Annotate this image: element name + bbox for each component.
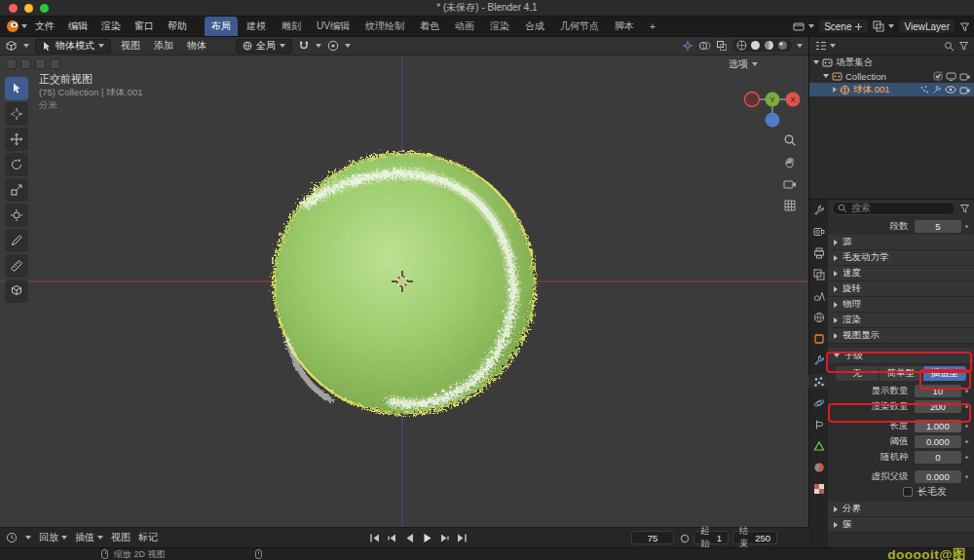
animate-dot[interactable]	[961, 225, 971, 228]
chevron-down-icon[interactable]	[808, 24, 814, 28]
editor-type-icon[interactable]	[5, 40, 18, 53]
workspace-tab-sculpting[interactable]: 雕刻	[275, 17, 308, 36]
end-frame-field[interactable]: 结束250	[732, 531, 777, 544]
outliner-row-sphere-object[interactable]: 球体.001	[809, 83, 974, 96]
menu-edit[interactable]: 编辑	[62, 18, 94, 35]
tab-material[interactable]	[810, 460, 827, 474]
workspace-tab-rendering[interactable]: 渲染	[483, 17, 516, 36]
tab-particles[interactable]	[810, 374, 827, 389]
tab-constraints[interactable]	[810, 417, 827, 431]
animate-dot[interactable]	[961, 425, 971, 428]
workspace-tab-scripting[interactable]: 脚本	[608, 17, 641, 36]
workspace-tab-animation[interactable]: 动画	[448, 17, 481, 36]
section-hair-dynamics[interactable]: 毛发动力学	[828, 250, 974, 266]
filter-icon[interactable]	[959, 21, 970, 32]
minimize-window-button[interactable]	[24, 4, 33, 13]
exclude-checkbox-icon[interactable]	[933, 71, 943, 81]
play-button[interactable]	[421, 532, 433, 544]
ortho-grid-icon[interactable]	[783, 199, 797, 212]
workspace-tab-geometry-nodes[interactable]: 几何节点	[553, 17, 606, 36]
workspace-tab-layout[interactable]: 布局	[205, 17, 238, 36]
xray-toggle-icon[interactable]	[716, 40, 728, 52]
tab-physics[interactable]	[810, 395, 827, 410]
tab-world[interactable]	[810, 310, 827, 324]
tool-add-cube[interactable]	[5, 280, 28, 303]
section-clumping[interactable]: 簇	[828, 517, 974, 533]
child-mode-interpolated-button[interactable]: 插值型	[923, 366, 966, 381]
viewport-widget-icon[interactable]	[35, 58, 46, 69]
chevron-down-icon[interactable]	[316, 44, 321, 48]
seed-field[interactable]: 0	[915, 451, 961, 464]
segments-field[interactable]: 5	[915, 220, 961, 233]
section-viewport-display[interactable]: 视图显示	[828, 328, 974, 344]
child-mode-none-button[interactable]: 无	[836, 366, 880, 381]
animate-dot[interactable]	[961, 440, 971, 443]
chevron-down-icon[interactable]	[830, 44, 836, 48]
camera-render-icon[interactable]	[959, 86, 970, 94]
expand-icon[interactable]	[813, 60, 819, 64]
filter-funnel-icon[interactable]	[958, 41, 969, 52]
outliner-row-collection[interactable]: Collection	[809, 69, 974, 83]
animate-dot[interactable]	[961, 390, 971, 392]
current-frame-field[interactable]: 75	[631, 531, 674, 544]
play-reverse-button[interactable]	[403, 532, 416, 544]
outliner-row-scene-collection[interactable]: 场景集合	[809, 56, 974, 69]
auto-keying-icon[interactable]	[680, 534, 690, 543]
display-amount-field[interactable]: 10	[915, 385, 961, 397]
section-parting[interactable]: 分界	[828, 502, 974, 517]
tennis-ball-object[interactable]	[272, 151, 533, 412]
menu-render[interactable]: 渲染	[95, 18, 127, 35]
threshold-field[interactable]: 0.000	[915, 435, 961, 448]
viewport-widget-icon[interactable]	[20, 58, 31, 69]
chevron-down-icon[interactable]	[888, 24, 894, 28]
animate-dot[interactable]	[961, 475, 971, 478]
next-keyframe-button[interactable]	[438, 532, 451, 544]
navigation-gizmo[interactable]: X Y	[738, 65, 806, 133]
render-amount-field[interactable]: 200	[915, 400, 961, 413]
menu-keying[interactable]: 插值	[75, 531, 103, 544]
animate-dot[interactable]	[961, 405, 971, 408]
tool-move[interactable]	[5, 128, 28, 151]
chevron-down-icon[interactable]	[25, 536, 31, 540]
section-velocity[interactable]: 速度	[828, 266, 974, 281]
menu-view[interactable]: 视图	[117, 39, 144, 53]
gizmo-toggle-icon[interactable]	[682, 40, 693, 52]
tool-measure[interactable]	[5, 254, 28, 278]
tool-cursor[interactable]	[5, 102, 28, 126]
shading-wireframe-icon[interactable]	[736, 40, 747, 51]
tab-tool[interactable]	[810, 203, 827, 217]
snap-magnet-icon[interactable]	[298, 40, 310, 52]
chevron-down-icon[interactable]	[797, 44, 803, 48]
viewlayer-selector[interactable]: ViewLayer	[898, 19, 955, 34]
mode-dropdown[interactable]: 物体模式	[35, 39, 111, 54]
expand-icon[interactable]	[833, 87, 837, 93]
tab-output[interactable]	[810, 245, 827, 260]
tool-scale[interactable]	[5, 178, 28, 202]
menu-object[interactable]: 物体	[183, 39, 210, 53]
length-field[interactable]: 1.000	[915, 420, 961, 432]
tool-rotate[interactable]	[5, 153, 28, 176]
tab-object-data[interactable]	[810, 438, 827, 453]
tool-transform[interactable]	[5, 204, 28, 227]
menu-add[interactable]: 添加	[150, 39, 177, 53]
menu-playback[interactable]: 回放	[39, 531, 67, 544]
scene-browse-icon[interactable]	[793, 20, 805, 32]
shading-material-icon[interactable]	[764, 40, 774, 51]
chevron-down-icon[interactable]	[345, 44, 351, 48]
maximize-window-button[interactable]	[40, 4, 49, 13]
new-scene-icon[interactable]	[854, 22, 863, 31]
menu-marker[interactable]: 标记	[138, 531, 158, 544]
workspace-tab-texture-paint[interactable]: 纹理绘制	[358, 17, 411, 36]
viewport-widget-icon[interactable]	[6, 58, 17, 69]
tab-object[interactable]	[810, 331, 827, 346]
search-icon[interactable]	[944, 41, 955, 52]
scene-selector[interactable]: Scene	[818, 19, 869, 34]
outliner-editor-icon[interactable]	[814, 40, 826, 52]
tab-texture[interactable]	[810, 481, 827, 496]
menu-window[interactable]: 窗口	[129, 18, 160, 35]
proportional-editing-icon[interactable]	[327, 40, 339, 52]
tool-select-box[interactable]	[5, 77, 28, 100]
filter-funnel-icon[interactable]	[959, 204, 970, 214]
chevron-down-icon[interactable]	[23, 44, 29, 48]
workspace-tab-shading[interactable]: 着色	[413, 17, 446, 36]
